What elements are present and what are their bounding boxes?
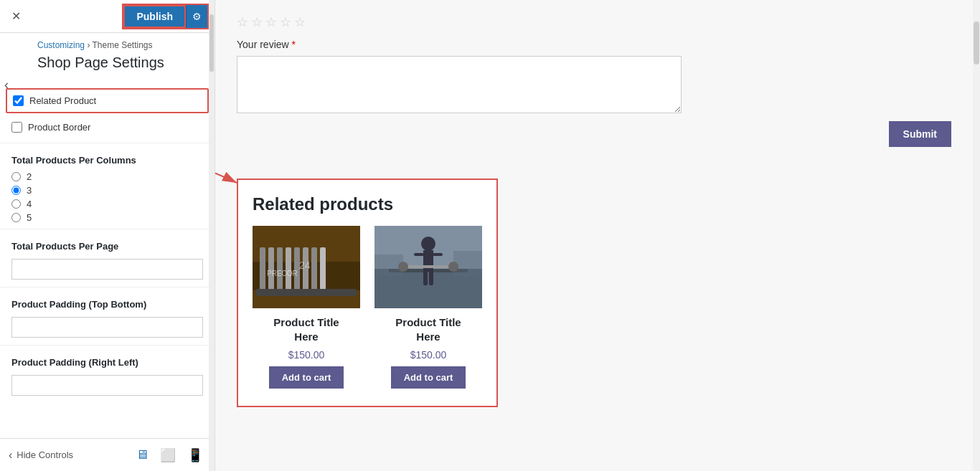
tablet-icon: ⬜ (160, 448, 176, 462)
submit-button[interactable]: Submit (889, 121, 951, 147)
mobile-device-button[interactable]: 📱 (184, 444, 206, 466)
product-price-2-text: $150.00 (410, 349, 447, 361)
svg-text:PRECOR: PRECOR (267, 270, 298, 277)
svg-rect-21 (423, 271, 428, 285)
page-title: Shop Page Settings (37, 54, 203, 71)
svg-rect-18 (423, 250, 433, 272)
back-button[interactable]: ‹ (0, 73, 13, 97)
right-scroll-thumb (974, 22, 979, 65)
related-products-section: Related products (237, 179, 498, 407)
scroll-indicator (209, 0, 215, 471)
svg-rect-19 (414, 253, 424, 256)
star-3[interactable]: ☆ (265, 14, 277, 30)
product-title-2-text: Product TitleHere (395, 316, 461, 343)
svg-text:24: 24 (299, 260, 311, 271)
chevron-left-icon: ‹ (9, 449, 12, 462)
columns-radio-3: 3 (0, 184, 215, 197)
product-padding-top-bottom-label: Product Padding (Top Bottom) (0, 292, 215, 314)
desktop-device-button[interactable]: 🖥 (133, 444, 151, 466)
column-3-label: 3 (27, 185, 32, 196)
top-bar: ✕ Publish ⚙ (0, 0, 215, 33)
svg-rect-11 (256, 289, 357, 296)
add-to-cart-button-2[interactable]: Add to cart (391, 366, 466, 389)
svg-rect-3 (260, 247, 265, 290)
related-product-setting: Related Product (6, 88, 209, 113)
svg-rect-6 (286, 247, 291, 290)
star-2[interactable]: ☆ (251, 14, 263, 30)
columns-radio-4: 4 (0, 197, 215, 211)
svg-rect-24 (453, 251, 482, 276)
review-textarea[interactable] (237, 56, 682, 113)
star-4[interactable]: ☆ (280, 14, 291, 30)
hide-controls-label: Hide Controls (17, 449, 73, 460)
right-panel[interactable]: ☆ ☆ ☆ ☆ ☆ Your review * Submit (215, 0, 973, 471)
column-4-label: 4 (27, 199, 32, 209)
breadcrumb-theme-settings: Theme Settings (93, 40, 153, 50)
svg-point-26 (398, 262, 408, 272)
product-border-checkbox[interactable] (11, 122, 22, 133)
product-title-1: Product TitleHere (273, 315, 339, 343)
svg-point-17 (421, 237, 435, 251)
product-padding-right-left-input[interactable]: 10 (11, 375, 203, 396)
svg-rect-10 (320, 247, 326, 290)
total-products-per-columns-label: Total Products Per Columns (0, 148, 215, 170)
gear-button[interactable]: ⚙ (186, 5, 207, 28)
column-5-label: 5 (27, 212, 32, 223)
column-5-radio[interactable] (11, 213, 21, 222)
breadcrumb: Customizing › Theme Settings (26, 33, 215, 53)
breadcrumb-customizing[interactable]: Customizing (37, 40, 85, 50)
products-per-page-group: 9 (0, 256, 215, 282)
related-product-label[interactable]: Related Product (29, 95, 96, 106)
product-padding-top-bottom-group: 10 (0, 314, 215, 341)
product-padding-right-left-label: Product Padding (Right Left) (0, 350, 215, 372)
product-border-label[interactable]: Product Border (28, 122, 90, 133)
add-to-cart-label-1: Add to cart (282, 372, 331, 383)
submit-btn-container: Submit (507, 121, 951, 147)
required-marker: * (292, 39, 296, 50)
product-card-1: PRECOR 24 Product TitleHere $150.00 Add … (253, 226, 360, 391)
tablet-device-button[interactable]: ⬜ (157, 444, 179, 466)
left-panel: ✕ Publish ⚙ ‹ Customizing › Theme Settin… (0, 0, 215, 471)
product-title-2: Product TitleHere (395, 315, 461, 343)
column-4-radio[interactable] (11, 199, 21, 209)
bottom-bar: ‹ Hide Controls 🖥 ⬜ 📱 (0, 438, 215, 471)
svg-rect-5 (277, 247, 283, 290)
products-grid: PRECOR 24 Product TitleHere $150.00 Add … (253, 226, 482, 391)
product-padding-right-left-group: 10 (0, 372, 215, 399)
star-5[interactable]: ☆ (294, 14, 306, 30)
star-rating[interactable]: ☆ ☆ ☆ ☆ ☆ (237, 14, 951, 30)
columns-radio-2: 2 (0, 170, 215, 184)
breadcrumb-separator: › (87, 40, 90, 50)
product-padding-top-bottom-input[interactable]: 10 (11, 317, 203, 338)
add-to-cart-button-1[interactable]: Add to cart (269, 366, 344, 389)
column-3-radio[interactable] (11, 186, 21, 195)
svg-rect-9 (311, 247, 317, 290)
related-products-title: Related products (253, 194, 482, 214)
star-1[interactable]: ☆ (237, 14, 248, 30)
back-icon: ‹ (4, 77, 9, 92)
column-2-radio[interactable] (11, 172, 21, 181)
close-icon: ✕ (11, 10, 21, 22)
submit-label: Submit (903, 128, 937, 140)
product-price-1: $150.00 (288, 349, 325, 361)
review-label: Your review * (237, 39, 951, 50)
product-card-2: Product TitleHere $150.00 Add to cart (374, 226, 482, 391)
publish-button[interactable]: Publish (123, 5, 186, 28)
related-product-checkbox[interactable] (13, 95, 24, 106)
svg-rect-4 (268, 247, 274, 290)
desktop-icon: 🖥 (136, 447, 149, 462)
right-scrollbar[interactable] (973, 0, 980, 471)
product-price-2: $150.00 (410, 349, 447, 361)
svg-point-27 (448, 262, 458, 272)
products-per-page-input[interactable]: 9 (11, 259, 203, 280)
columns-radio-5: 5 (0, 211, 215, 224)
column-2-label: 2 (27, 171, 32, 182)
mobile-icon: 📱 (187, 448, 203, 462)
close-button[interactable]: ✕ (6, 6, 27, 26)
total-products-per-page-label: Total Products Per Page (0, 234, 215, 256)
hide-controls-button[interactable]: ‹ Hide Controls (9, 449, 73, 462)
add-to-cart-label-2: Add to cart (404, 372, 453, 383)
gym-image-svg (374, 226, 482, 308)
review-section: ☆ ☆ ☆ ☆ ☆ Your review * Submit (237, 0, 951, 147)
svg-rect-25 (403, 265, 453, 268)
